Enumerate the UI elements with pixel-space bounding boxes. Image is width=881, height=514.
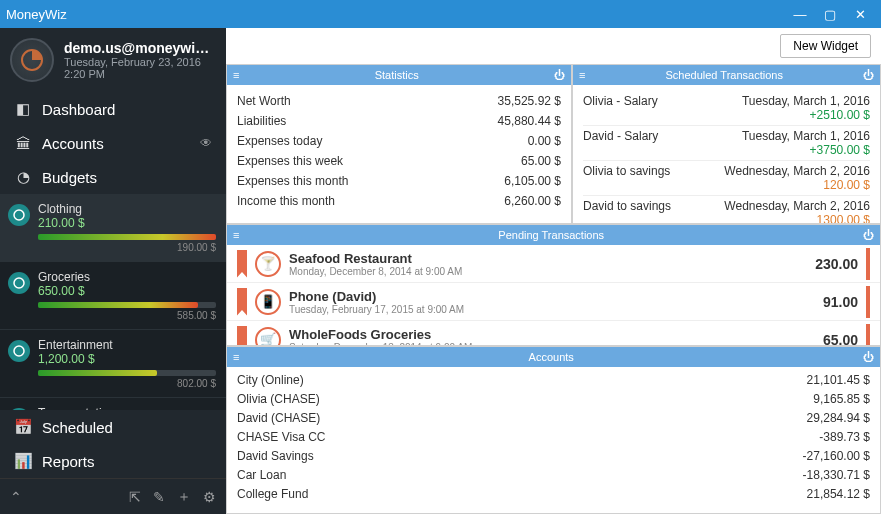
scheduled-amount: +3750.00 $ (742, 143, 870, 157)
edit-icon[interactable]: ✎ (153, 489, 165, 505)
stat-row: Net Worth35,525.92 $ (237, 91, 561, 111)
stat-row: Expenses this week65.00 $ (237, 151, 561, 171)
budget-bar (38, 370, 216, 376)
pending-transaction[interactable]: 🛒WholeFoods GroceriesSaturday, December … (227, 321, 880, 345)
budget-bar (38, 234, 216, 240)
account-name: Car Loan (237, 466, 286, 485)
profile-block[interactable]: demo.us@moneywizap... Tuesday, February … (0, 28, 226, 92)
nav-label: Budgets (42, 169, 97, 186)
nav-label: Reports (42, 453, 95, 470)
account-row[interactable]: David Savings-27,160.00 $ (237, 447, 870, 466)
stat-label: Income this month (237, 191, 335, 211)
account-row[interactable]: Car Loan-18,330.71 $ (237, 466, 870, 485)
settings-icon[interactable]: ⚙ (203, 489, 216, 505)
transaction-marker (866, 248, 870, 280)
scheduled-date: Tuesday, March 1, 2016 (742, 129, 870, 143)
nav-scheduled[interactable]: 📅 Scheduled (0, 410, 226, 444)
close-button[interactable]: ✕ (845, 7, 875, 22)
budget-name: Groceries (38, 270, 216, 284)
titlebar: MoneyWiz — ▢ ✕ (0, 0, 881, 28)
budget-bar (38, 302, 216, 308)
budget-item[interactable]: Entertainment 1,200.00 $ 802.00 $ (0, 330, 226, 398)
eye-icon[interactable]: 👁 (200, 136, 212, 150)
budget-icon (8, 408, 30, 410)
scheduled-date: Wednesday, March 2, 2016 (724, 199, 870, 213)
scheduled-item[interactable]: David - SalaryTuesday, March 1, 2016+375… (583, 126, 870, 161)
nav-reports[interactable]: 📊 Reports (0, 444, 226, 478)
account-value: 21,101.45 $ (807, 371, 870, 390)
stat-row: Liabilities45,880.44 $ (237, 111, 561, 131)
account-row[interactable]: CHASE Visa CC-389.73 $ (237, 428, 870, 447)
panel-toggle-icon[interactable]: ⏻ (863, 229, 874, 241)
budget-item[interactable]: Groceries 650.00 $ 585.00 $ (0, 262, 226, 330)
collapse-icon[interactable]: ⌃ (10, 489, 22, 505)
stat-value: 6,260.00 $ (504, 191, 561, 211)
stat-value: 6,105.00 $ (504, 171, 561, 191)
minimize-button[interactable]: — (785, 7, 815, 22)
transaction-name: Phone (David) (289, 289, 815, 304)
panel-title: Statistics (239, 69, 554, 81)
account-value: 21,854.12 $ (807, 485, 870, 504)
account-row[interactable]: Olivia (CHASE)9,165.85 $ (237, 390, 870, 409)
bookmark-icon (237, 288, 247, 316)
accounts-panel: ≡ Accounts ⏻ City (Online)21,101.45 $Oli… (226, 346, 881, 514)
pending-panel: ≡ Pending Transactions ⏻ 🍸Seafood Restau… (226, 224, 881, 346)
nav-accounts[interactable]: 🏛 Accounts 👁 (0, 126, 226, 160)
statistics-panel: ≡ Statistics ⏻ Net Worth35,525.92 $Liabi… (226, 64, 572, 224)
nav-budgets[interactable]: ◔ Budgets (0, 160, 226, 194)
budget-name: Transportation (38, 406, 216, 410)
account-name: Olivia (CHASE) (237, 390, 320, 409)
budget-limit: 585.00 $ (38, 310, 216, 321)
account-name: David (CHASE) (237, 409, 320, 428)
scheduled-amount: 1300.00 $ (724, 213, 870, 223)
transaction-marker (866, 324, 870, 346)
export-icon[interactable]: ⇱ (129, 489, 141, 505)
scheduled-date: Wednesday, March 2, 2016 (724, 164, 870, 178)
pending-transaction[interactable]: 🍸Seafood RestaurantMonday, December 8, 2… (227, 245, 880, 283)
budget-item[interactable]: Transportation 410.00 $ 697.00 $ (0, 398, 226, 410)
account-row[interactable]: David (CHASE)29,284.94 $ (237, 409, 870, 428)
scheduled-name: Olivia - Salary (583, 94, 658, 108)
scheduled-item[interactable]: Olivia - SalaryTuesday, March 1, 2016+25… (583, 91, 870, 126)
budget-amount: 210.00 $ (38, 216, 216, 230)
new-widget-button[interactable]: New Widget (780, 34, 871, 58)
budgets-icon: ◔ (14, 168, 32, 186)
svg-point-3 (14, 346, 24, 356)
scheduled-item[interactable]: David to savingsWednesday, March 2, 2016… (583, 196, 870, 223)
add-icon[interactable]: ＋ (177, 488, 191, 506)
panel-toggle-icon[interactable]: ⏻ (554, 69, 565, 81)
panel-title: Scheduled Transactions (585, 69, 863, 81)
panel-toggle-icon[interactable]: ⏻ (863, 351, 874, 363)
sidebar-footer: ⌃ ⇱ ✎ ＋ ⚙ (0, 478, 226, 514)
stat-row: Expenses this month6,105.00 $ (237, 171, 561, 191)
transaction-date: Tuesday, February 17, 2015 at 9:00 AM (289, 304, 815, 315)
budget-icon (8, 204, 30, 226)
budget-icon (8, 272, 30, 294)
stat-value: 0.00 $ (528, 131, 561, 151)
scheduled-date: Tuesday, March 1, 2016 (742, 94, 870, 108)
panel-toggle-icon[interactable]: ⏻ (863, 69, 874, 81)
nav-label: Scheduled (42, 419, 113, 436)
account-row[interactable]: College Fund21,854.12 $ (237, 485, 870, 504)
panel-title: Pending Transactions (239, 229, 863, 241)
transaction-name: Seafood Restaurant (289, 251, 807, 266)
budget-name: Entertainment (38, 338, 216, 352)
account-value: 9,165.85 $ (813, 390, 870, 409)
account-row[interactable]: City (Online)21,101.45 $ (237, 371, 870, 390)
svg-point-2 (14, 278, 24, 288)
budget-amount: 1,200.00 $ (38, 352, 216, 366)
budget-item[interactable]: Clothing 210.00 $ 190.00 $ (0, 194, 226, 262)
scheduled-item[interactable]: Olivia to savingsWednesday, March 2, 201… (583, 161, 870, 196)
reports-icon: 📊 (14, 452, 32, 470)
budget-list: Clothing 210.00 $ 190.00 $ Groceries 650… (0, 194, 226, 410)
transaction-amount: 91.00 (823, 294, 858, 310)
account-value: 29,284.94 $ (807, 409, 870, 428)
scheduled-name: David to savings (583, 199, 671, 213)
nav-label: Accounts (42, 135, 104, 152)
nav-dashboard[interactable]: ◧ Dashboard (0, 92, 226, 126)
maximize-button[interactable]: ▢ (815, 7, 845, 22)
sidebar: demo.us@moneywizap... Tuesday, February … (0, 28, 226, 514)
scheduled-amount: +2510.00 $ (742, 108, 870, 122)
stat-row: Expenses today0.00 $ (237, 131, 561, 151)
pending-transaction[interactable]: 📱Phone (David)Tuesday, February 17, 2015… (227, 283, 880, 321)
